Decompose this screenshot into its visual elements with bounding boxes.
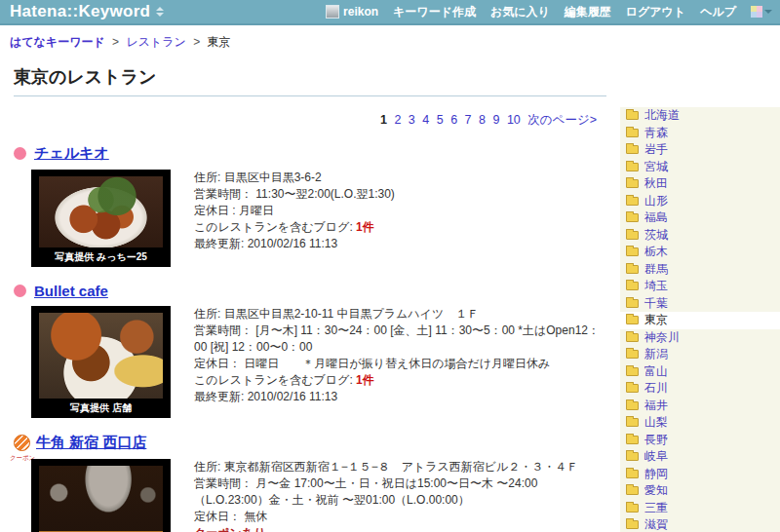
prefecture-link[interactable]: 群馬 xyxy=(644,261,668,278)
prefecture-link[interactable]: 福島 xyxy=(644,209,668,226)
next-page-link[interactable]: 次のページ> xyxy=(527,113,597,127)
prefecture-link[interactable]: 茨城 xyxy=(644,227,668,244)
site-logo-text: Hatena::Keyword xyxy=(10,2,150,21)
folder-icon xyxy=(626,129,639,137)
page-link[interactable]: 10 xyxy=(507,113,521,127)
sidebar-item-kanagawa[interactable]: 神奈川 xyxy=(620,329,780,347)
folder-icon xyxy=(626,299,639,308)
sidebar-item-hokkaido[interactable]: 北海道 xyxy=(620,107,780,125)
prefecture-link[interactable]: 青森 xyxy=(644,125,668,141)
folder-icon xyxy=(626,470,639,478)
main-column: 東京のレストラン 1 2 3 4 5 6 7 8 9 10 次のページ> チェル… xyxy=(0,56,606,532)
menu-edit-history[interactable]: 編集履歴 xyxy=(565,4,611,20)
restaurant-details: 住所: 目黒区中目黒3-6-2 営業時間： 11:30〜翌2:00(L.O.翌1… xyxy=(194,170,604,252)
page-link[interactable]: 9 xyxy=(492,113,499,127)
sidebar-item-tokyo-current[interactable]: 東京 xyxy=(620,312,780,329)
restaurant-photo[interactable]: 写真提供 みっちー25 xyxy=(31,170,171,267)
prefecture-link[interactable]: 千葉 xyxy=(644,295,668,312)
site-logo[interactable]: Hatena::Keyword xyxy=(10,2,164,21)
entry-body: 写真提供 みっちー25 住所: 目黒区中目黒3-6-2 営業時間： 11:30〜… xyxy=(14,170,606,267)
prefecture-link[interactable]: 北海道 xyxy=(644,107,680,124)
folder-icon xyxy=(626,197,639,206)
sidebar-item-shizuoka[interactable]: 静岡 xyxy=(620,466,780,483)
entry-header: チェルキオ xyxy=(14,144,606,163)
blog-label: このレストランを含むブログ: xyxy=(194,373,353,387)
sidebar-item-mie[interactable]: 三重 xyxy=(620,500,780,517)
prefecture-link[interactable]: 宮城 xyxy=(644,159,668,175)
prefecture-link[interactable]: 山梨 xyxy=(644,414,668,431)
sidebar-item-yamanashi[interactable]: 山梨 xyxy=(620,414,780,432)
photo-image xyxy=(39,466,163,532)
menu-favorites[interactable]: お気に入り xyxy=(490,4,550,20)
restaurant-name-link[interactable]: Bullet cafe xyxy=(34,283,108,299)
page-link[interactable]: 7 xyxy=(465,113,472,127)
sidebar-item-ishikawa[interactable]: 石川 xyxy=(620,380,780,398)
prefecture-link[interactable]: 神奈川 xyxy=(644,329,680,346)
menu-help[interactable]: ヘルプ xyxy=(700,4,736,20)
menu-keyword-create[interactable]: キーワード作成 xyxy=(393,4,476,20)
prefecture-link[interactable]: 新潟 xyxy=(644,346,668,362)
prefecture-link[interactable]: 秋田 xyxy=(644,175,668,192)
prefecture-link[interactable]: 埼玉 xyxy=(644,278,668,294)
menu-logout[interactable]: ログアウト xyxy=(626,4,685,20)
sidebar-item-yamagata[interactable]: 山形 xyxy=(620,193,780,210)
page-link[interactable]: 2 xyxy=(394,113,401,127)
logo-toggle-icon[interactable] xyxy=(156,7,164,17)
breadcrumb-restaurant[interactable]: レストラン xyxy=(126,35,185,49)
sidebar-item-gifu[interactable]: 岐阜 xyxy=(620,448,780,466)
folder-icon xyxy=(626,231,639,240)
sidebar-item-shiga[interactable]: 滋賀 xyxy=(620,516,780,532)
page-link[interactable]: 6 xyxy=(450,113,457,127)
sidebar-item-chiba[interactable]: 千葉 xyxy=(620,295,780,313)
blog-label: このレストランを含むブログ: xyxy=(194,220,353,234)
prefecture-link[interactable]: 滋賀 xyxy=(644,516,668,532)
prefecture-link[interactable]: 富山 xyxy=(644,363,668,380)
restaurant-name-link[interactable]: チェルキオ xyxy=(34,144,109,163)
prefecture-link[interactable]: 長野 xyxy=(644,432,668,448)
user-menu[interactable]: reikon xyxy=(326,5,378,19)
blog-count-link[interactable]: 1件 xyxy=(356,220,374,234)
sidebar-item-fukushima[interactable]: 福島 xyxy=(620,209,780,227)
sidebar-item-ibaraki[interactable]: 茨城 xyxy=(620,227,780,245)
breadcrumb-hatena-keyword[interactable]: はてなキーワード xyxy=(10,35,105,49)
sidebar-item-iwate[interactable]: 岩手 xyxy=(620,141,780,159)
prefecture-link[interactable]: 愛知 xyxy=(644,482,668,499)
prefecture-link[interactable]: 東京 xyxy=(644,312,668,328)
prefecture-link[interactable]: 栃木 xyxy=(644,244,668,260)
sidebar-item-toyama[interactable]: 富山 xyxy=(620,363,780,381)
prefecture-link[interactable]: 山形 xyxy=(644,193,668,209)
sidebar-item-niigata[interactable]: 新潟 xyxy=(620,346,780,363)
hatena-services-icon[interactable] xyxy=(751,6,772,18)
sidebar-item-tochigi[interactable]: 栃木 xyxy=(620,244,780,261)
sidebar-item-saitama[interactable]: 埼玉 xyxy=(620,278,780,295)
folder-icon xyxy=(626,213,639,222)
sidebar-item-aomori[interactable]: 青森 xyxy=(620,125,780,142)
closed-line: 定休日： 無休 xyxy=(194,509,604,525)
prefecture-link[interactable]: 岩手 xyxy=(644,141,668,158)
page-current: 1 xyxy=(380,113,387,127)
sidebar-item-miyagi[interactable]: 宮城 xyxy=(620,159,780,176)
folder-icon xyxy=(626,111,639,120)
restaurant-photo[interactable] xyxy=(31,459,171,532)
page-link[interactable]: 8 xyxy=(479,113,486,127)
content-area: 東京のレストラン 1 2 3 4 5 6 7 8 9 10 次のページ> チェル… xyxy=(0,56,780,532)
restaurant-name-link[interactable]: 牛角 新宿 西口店 xyxy=(36,434,146,452)
sidebar-item-akita[interactable]: 秋田 xyxy=(620,175,780,193)
prefecture-link[interactable]: 石川 xyxy=(644,380,668,397)
prefecture-link[interactable]: 福井 xyxy=(644,398,668,414)
entry-body: 住所: 東京都新宿区西新宿１−１５−８ アトラス西新宿ビル２・３・４Ｆ 営業時間… xyxy=(14,459,606,532)
page-link[interactable]: 3 xyxy=(409,113,415,127)
restaurant-photo[interactable]: 写真提供 店舗 xyxy=(31,306,171,418)
folder-icon xyxy=(626,247,639,256)
folder-icon xyxy=(626,316,639,324)
sidebar-item-fukui[interactable]: 福井 xyxy=(620,398,780,415)
sidebar-item-gunma[interactable]: 群馬 xyxy=(620,261,780,279)
page-link[interactable]: 5 xyxy=(437,113,444,127)
blog-count-link[interactable]: 1件 xyxy=(356,373,374,387)
page-link[interactable]: 4 xyxy=(422,113,429,127)
prefecture-link[interactable]: 静岡 xyxy=(644,466,668,482)
sidebar-item-nagano[interactable]: 長野 xyxy=(620,432,780,449)
sidebar-item-aichi[interactable]: 愛知 xyxy=(620,482,780,500)
prefecture-link[interactable]: 三重 xyxy=(644,500,668,516)
prefecture-link[interactable]: 岐阜 xyxy=(644,448,668,465)
